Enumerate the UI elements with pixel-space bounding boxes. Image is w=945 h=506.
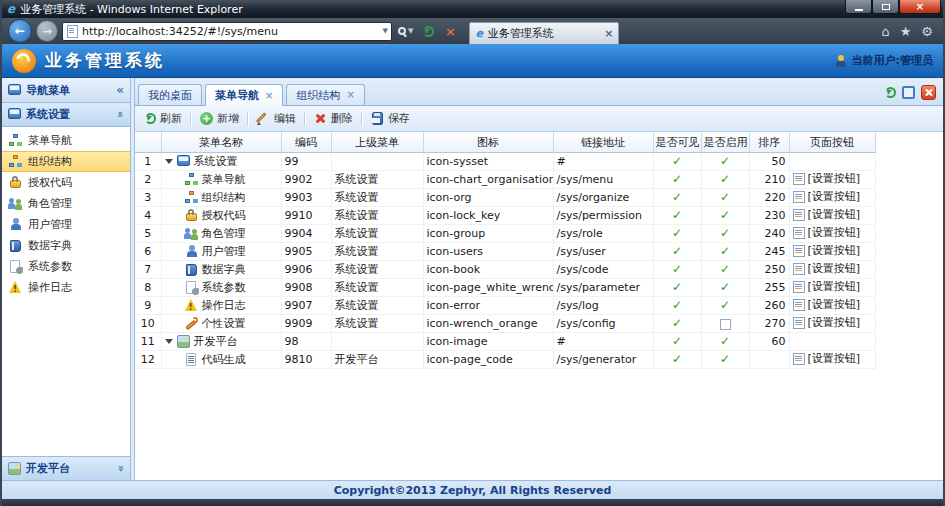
enabled-unchecked-checkbox[interactable]	[720, 319, 731, 330]
content-tab-0[interactable]: 我的桌面	[138, 84, 202, 105]
address-dropdown-icon[interactable]: ▼	[383, 27, 388, 35]
forward-button[interactable]: →	[36, 20, 58, 42]
toolbar-button-2[interactable]: 编辑	[251, 109, 302, 128]
sidebar-panel-dev-platform[interactable]: 开发平台 «	[2, 456, 130, 480]
visible-checked-icon[interactable]: ✓	[672, 190, 682, 204]
chevron-down-icon[interactable]: «	[114, 465, 127, 472]
stop-button[interactable]: ×	[441, 22, 459, 40]
tab-close-icon[interactable]: ×	[265, 91, 273, 101]
chevron-up-icon[interactable]: «	[114, 111, 127, 118]
tab-close-icon[interactable]: ×	[604, 27, 613, 40]
visible-checked-icon[interactable]: ✓	[672, 334, 682, 348]
column-header-7[interactable]: 排序	[749, 132, 789, 153]
setting-button[interactable]: [设置按钮]	[793, 297, 861, 312]
grid-row-8[interactable]: 8系统参数9908系统设置icon-page_white_wrench/sys/…	[135, 279, 875, 297]
column-header-3[interactable]: 图标	[423, 132, 553, 153]
address-bar[interactable]: http://localhost:34252/#!/sys/menu ▼	[62, 22, 392, 41]
column-header-8[interactable]: 页面按钮	[789, 132, 875, 153]
visible-checked-icon[interactable]: ✓	[672, 172, 682, 186]
panel-refresh-icon[interactable]	[885, 87, 896, 98]
enabled-checked-icon[interactable]: ✓	[720, 172, 730, 186]
favorites-star-icon[interactable]: ★	[900, 24, 912, 39]
search-button[interactable]: ▼	[396, 27, 415, 35]
visible-checked-icon[interactable]: ✓	[672, 316, 682, 330]
tree-expander-icon[interactable]	[165, 339, 173, 344]
grid-row-1[interactable]: 1系统设置99icon-sysset#✓✓50	[135, 153, 875, 171]
setting-button[interactable]: [设置按钮]	[793, 261, 861, 276]
enabled-checked-icon[interactable]: ✓	[720, 154, 730, 168]
enabled-checked-icon[interactable]: ✓	[720, 280, 730, 294]
setting-button[interactable]: [设置按钮]	[793, 279, 861, 294]
content-tab-1[interactable]: 菜单导航×	[205, 84, 283, 106]
content-tab-2[interactable]: 组织结构×	[286, 84, 364, 105]
sidebar-item-7[interactable]: 操作日志	[2, 277, 130, 298]
tree-expander-icon[interactable]	[165, 159, 173, 164]
setting-button[interactable]: [设置按钮]	[793, 189, 861, 204]
setting-button[interactable]: [设置按钮]	[793, 351, 861, 366]
enabled-checked-icon[interactable]: ✓	[720, 244, 730, 258]
visible-checked-icon[interactable]: ✓	[672, 298, 682, 312]
sidebar-item-4[interactable]: 用户管理	[2, 214, 130, 235]
enabled-checked-icon[interactable]: ✓	[720, 208, 730, 222]
close-window-button[interactable]: ×	[899, 0, 941, 14]
setting-button[interactable]: [设置按钮]	[793, 243, 861, 258]
maximize-button[interactable]	[872, 0, 899, 14]
column-header-0[interactable]: 菜单名称	[161, 132, 281, 153]
column-header-5[interactable]: 是否可见	[653, 132, 701, 153]
enabled-checked-icon[interactable]: ✓	[720, 226, 730, 240]
home-icon[interactable]: ⌂	[881, 24, 889, 39]
enabled-checked-icon[interactable]: ✓	[720, 334, 730, 348]
grid-row-5[interactable]: 5角色管理9904系统设置icon-group/sys/role✓✓240[设置…	[135, 225, 875, 243]
visible-checked-icon[interactable]: ✓	[672, 280, 682, 294]
sidebar-item-1[interactable]: 组织结构	[2, 151, 130, 172]
enabled-checked-icon[interactable]: ✓	[720, 262, 730, 276]
collapse-sidebar-icon[interactable]: «	[116, 83, 124, 97]
refresh-page-button[interactable]	[419, 22, 437, 40]
tab-close-icon[interactable]: ×	[346, 90, 354, 100]
grid-row-6[interactable]: 6用户管理9905系统设置icon-users/sys/user✓✓245[设置…	[135, 243, 875, 261]
toolbar-button-1[interactable]: 新增	[194, 109, 245, 128]
grid-row-9[interactable]: 9操作日志9907系统设置icon-error/sys/log✓✓260[设置按…	[135, 297, 875, 315]
panel-close-icon[interactable]	[921, 85, 936, 100]
toolbar-button-3[interactable]: 删除	[308, 109, 359, 128]
minimize-button[interactable]	[845, 0, 872, 14]
sidebar-panel-system-settings[interactable]: 系统设置 «	[2, 103, 130, 127]
enabled-checked-icon[interactable]: ✓	[720, 298, 730, 312]
enabled-checked-icon[interactable]: ✓	[720, 352, 730, 366]
setting-button[interactable]: [设置按钮]	[793, 171, 861, 186]
grid-row-12[interactable]: 12代码生成9810开发平台icon-page_code/sys/generat…	[135, 351, 875, 369]
tools-gear-icon[interactable]: ⚙	[921, 24, 933, 39]
visible-checked-icon[interactable]: ✓	[672, 208, 682, 222]
enabled-checked-icon[interactable]: ✓	[720, 190, 730, 204]
visible-checked-icon[interactable]: ✓	[672, 226, 682, 240]
sidebar-item-0[interactable]: 菜单导航	[2, 130, 130, 151]
setting-button[interactable]: [设置按钮]	[793, 207, 861, 222]
grid-row-10[interactable]: 10个性设置9909系统设置icon-wrench_orange/sys/con…	[135, 315, 875, 333]
sidebar-item-6[interactable]: 系统参数	[2, 256, 130, 277]
visible-checked-icon[interactable]: ✓	[672, 352, 682, 366]
column-header-6[interactable]: 是否启用	[701, 132, 749, 153]
sidebar-item-5[interactable]: 数据字典	[2, 235, 130, 256]
browser-tab[interactable]: e 业务管理系统 ×	[469, 22, 619, 44]
url-text[interactable]: http://localhost:34252/#!/sys/menu	[82, 25, 379, 38]
grid-row-4[interactable]: 4授权代码9910系统设置icon-lock_key/sys/permissio…	[135, 207, 875, 225]
toolbar-button-4[interactable]: 保存	[365, 109, 416, 128]
setting-button[interactable]: [设置按钮]	[793, 225, 861, 240]
column-header-2[interactable]: 上级菜单	[331, 132, 423, 153]
grid-row-11[interactable]: 11开发平台98icon-image#✓✓60	[135, 333, 875, 351]
panel-expand-icon[interactable]	[902, 86, 915, 99]
visible-checked-icon[interactable]: ✓	[672, 244, 682, 258]
toolbar-button-0[interactable]: 刷新	[139, 109, 188, 128]
visible-checked-icon[interactable]: ✓	[672, 262, 682, 276]
column-header-1[interactable]: 编码	[281, 132, 331, 153]
column-header-4[interactable]: 链接地址	[553, 132, 653, 153]
sidebar-item-2[interactable]: 授权代码	[2, 172, 130, 193]
grid-row-7[interactable]: 7数据字典9906系统设置icon-book/sys/code✓✓250[设置按…	[135, 261, 875, 279]
sidebar-item-3[interactable]: 角色管理	[2, 193, 130, 214]
grid-row-3[interactable]: 3组织结构9903系统设置icon-org/sys/organize✓✓220[…	[135, 189, 875, 207]
user-area[interactable]: 当前用户:管理员	[835, 53, 933, 68]
grid-row-2[interactable]: 2菜单导航9902系统设置icon-chart_organisation/sys…	[135, 171, 875, 189]
setting-button[interactable]: [设置按钮]	[793, 315, 861, 330]
visible-checked-icon[interactable]: ✓	[672, 154, 682, 168]
back-button[interactable]: ←	[8, 19, 32, 43]
